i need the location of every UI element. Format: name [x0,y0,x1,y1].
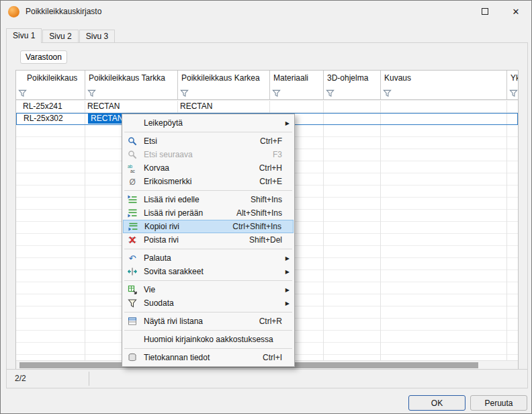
column-label: Kuvaus [381,71,506,83]
column-header-materiaali[interactable]: Materiaali [270,71,324,100]
menu-item-label: Huomioi kirjainkoko aakkostuksessa [140,335,275,344]
column-header-3d-ohjelma[interactable]: 3D-ohjelma [324,71,381,100]
menu-item-label: Tietokannan tiedot [140,353,256,362]
table-cell[interactable] [507,101,518,113]
menu-item-label: Erikoismerkki [140,177,253,186]
grid-header: PoikkileikkausPoikkileikkaus TarkkaPoikk… [16,71,518,100]
menu-item-label: Leikepöytä [140,118,275,128]
maximize-icon [482,8,488,15]
table-cell[interactable] [270,101,324,113]
tab-sivu-2[interactable]: Sivu 2 [42,30,78,42]
filter-funnel-icon[interactable] [272,89,281,98]
special-char-icon: Ø [125,176,140,187]
menu-separator [124,132,292,132]
status-bar: 2/2 [7,369,527,388]
filter-funnel-icon[interactable] [326,89,335,98]
menu-item-palauta[interactable]: ↶Palauta▶ [123,251,294,265]
row-counter: 2/2 [15,374,26,383]
menu-item-label: Lisää rivi perään [140,208,230,218]
submenu-arrow-icon: ▶ [282,300,290,306]
svg-text:ab: ab [128,164,133,169]
svg-text:Ø: Ø [130,177,136,187]
menu-item-label: Palauta [140,253,275,263]
table-cell[interactable]: RL-25x241 [16,101,85,113]
close-icon: ✕ [513,7,520,17]
export-icon [125,284,140,295]
column-label: Materiaali [270,71,323,83]
cancel-button[interactable]: Peruuta [470,395,527,411]
menu-item-label: Vie [140,285,275,294]
replace-icon: abac [125,163,140,173]
menu-item-poista-rivi[interactable]: Poista riviShift+Del [123,233,294,247]
database-info-icon [125,352,140,363]
menu-item-suodata[interactable]: Suodata▶ [123,296,294,310]
table-cell[interactable]: RL-25x302 [17,114,86,124]
column-header-yks[interactable]: Yks [507,71,519,100]
submenu-arrow-icon: ▶ [282,287,290,293]
table-row[interactable]: RL-25x241RECTANRECTAN [16,101,518,113]
menu-separator [124,280,292,281]
table-cell[interactable] [381,101,507,113]
menu-item-huomioi-kirjainkoko-aakkostuksessa[interactable]: Huomioi kirjainkoko aakkostuksessa [123,333,294,346]
menu-item-label: Poista rivi [140,235,242,245]
table-cell[interactable]: RECTAN [85,101,178,113]
submenu-arrow-icon: ▶ [282,269,290,275]
undo-icon: ↶ [125,253,140,263]
table-cell[interactable] [508,114,518,124]
svg-text:ac: ac [130,169,136,173]
menu-item-lisaa-rivi-peraan[interactable]: Lisää rivi peräänAlt+Shift+Ins [123,206,294,220]
column-header-poikkileikkaus[interactable]: Poikkileikkaus [16,71,85,100]
varastoon-button[interactable]: Varastoon [20,50,67,64]
table-cell[interactable]: RECTAN [178,101,270,113]
menu-item-erikoismerkki[interactable]: ØErikoismerkkiCtrl+E [123,175,294,188]
tab-sivu-3[interactable]: Sivu 3 [79,30,115,42]
menu-item-etsi[interactable]: EtsiCtrl+F [123,134,294,148]
search-next-icon [125,149,140,160]
column-header-poikkileikkaus-karkea[interactable]: Poikkileikkaus Karkea [178,71,270,100]
tab-bar: Sivu 1Sivu 2Sivu 3 [6,28,116,42]
menu-item-leikepoyta[interactable]: Leikepöytä▶ [123,116,294,130]
menu-item-sovita-sarakkeet[interactable]: Sovita sarakkeet▶ [123,265,294,278]
table-cell[interactable] [324,114,382,124]
fit-columns-icon [125,266,140,277]
menu-item-vie[interactable]: Vie▶ [123,283,294,296]
tab-sivu-1[interactable]: Sivu 1 [6,28,42,43]
menu-item-label: Sovita sarakkeet [140,267,275,276]
no-icon [125,118,140,128]
filter-icon [125,298,140,308]
maximize-button[interactable] [470,1,500,22]
menu-item-shortcut: Ctrl+R [253,317,282,326]
menu-item-shortcut: Ctrl+Shift+Ins [226,222,281,231]
filter-funnel-icon[interactable] [383,89,392,98]
selected-cell-text: RECTAN [88,114,126,124]
menu-item-korvaa[interactable]: abacKorvaaCtrl+H [123,161,294,175]
menu-item-shortcut: Ctrl+E [253,177,282,186]
menu-item-shortcut: F3 [266,150,282,159]
filter-funnel-icon[interactable] [180,89,189,98]
title-bar: Poikkileikkauskirjasto ✕ [1,1,531,22]
filter-funnel-icon[interactable] [509,89,519,98]
filter-funnel-icon[interactable] [87,89,97,98]
close-button[interactable]: ✕ [500,1,531,22]
column-header-poikkileikkaus-tarkka[interactable]: Poikkileikkaus Tarkka [85,71,178,100]
table-cell[interactable] [382,114,508,124]
ok-button[interactable]: OK [408,395,466,411]
filter-funnel-icon[interactable] [18,89,28,98]
copy-row-icon [126,221,140,232]
column-label: Poikkileikkaus Karkea [178,71,269,83]
window-title: Poikkileikkauskirjasto [26,7,101,16]
menu-item-label: Näytä rivi listana [140,317,253,326]
column-header-kuvaus[interactable]: Kuvaus [381,71,507,100]
menu-item-label: Lisää rivi edelle [140,195,244,204]
menu-item-lisaa-rivi-edelle[interactable]: Lisää rivi edelleShift+Ins [123,193,294,206]
table-cell[interactable] [324,101,381,113]
delete-row-icon [125,235,140,245]
column-label: 3D-ohjelma [324,71,380,83]
status-divider [89,372,89,386]
menu-item-shortcut: Alt+Shift+Ins [230,208,282,218]
menu-item-kopioi-rivi[interactable]: Kopioi riviCtrl+Shift+Ins [123,220,294,233]
column-label: Poikkileikkaus [16,71,85,83]
menu-item-tietokannan-tiedot[interactable]: Tietokannan tiedotCtrl+I [123,351,294,364]
menu-item-nayta-rivi-listana[interactable]: Näytä rivi listanaCtrl+R [123,315,294,328]
menu-separator [124,312,292,313]
